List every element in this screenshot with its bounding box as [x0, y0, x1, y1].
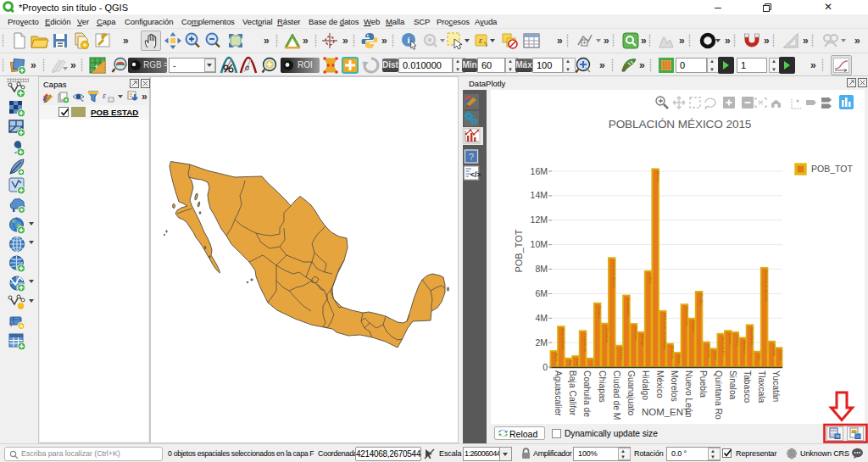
svg-text:12M: 12M: [531, 214, 548, 225]
svg-text:Naya: Naya: [677, 354, 682, 363]
svg-text:POB_TOT: POB_TOT: [514, 229, 524, 272]
svg-text:México: México: [655, 370, 665, 398]
svg-text:2M: 2M: [535, 337, 548, 348]
svg-text:ε: ε: [103, 91, 106, 100]
svg-text:POBLACIÓN MÉXICO 2015: POBLACIÓN MÉXICO 2015: [609, 118, 752, 131]
svg-text:Quintana Ro: Quintana Ro: [714, 370, 723, 420]
svg-text:Guanajuato: Guanajuato: [626, 370, 636, 416]
svg-text:POB_TOT: POB_TOT: [811, 164, 853, 174]
svg-text:Puebla: Puebla: [699, 294, 704, 306]
svg-text:0: 0: [542, 362, 548, 372]
svg-text:Hidalgo: Hidalgo: [641, 370, 650, 400]
svg-text:Morelos: Morelos: [670, 370, 679, 402]
svg-text:Tlaxcala: Tlaxcala: [757, 370, 766, 404]
svg-text:Guerrero: Guerrero: [634, 326, 638, 341]
svg-text:+: +: [94, 63, 98, 71]
svg-text:16M: 16M: [531, 166, 548, 176]
svg-text:4M: 4M: [535, 313, 548, 323]
svg-text:Baja Californi: Baja Californi: [561, 329, 565, 350]
svg-text:10M: 10M: [531, 239, 548, 249]
svg-text:Tamaulipas: Tamaulipas: [750, 327, 754, 345]
svg-text:Jalisco: Jalisco: [648, 273, 653, 284]
svg-text:Durang: Durang: [620, 348, 624, 359]
svg-text:Zacate: Zacate: [779, 350, 783, 361]
svg-text:San Luis Po: San Luis Po: [721, 336, 726, 355]
svg-text:Tabasco: Tabasco: [743, 370, 752, 404]
svg-text:Quint: Quint: [714, 351, 718, 360]
svg-text:Baja Califor: Baja Califor: [568, 370, 577, 416]
svg-text:Hidalgo: Hidalgo: [641, 334, 645, 347]
svg-text:Veracruz de Ignacio: Veracruz de Ignacio: [765, 270, 769, 302]
svg-text:Tabasco: Tabasco: [743, 340, 747, 353]
svg-text:</>: </>: [470, 170, 481, 179]
svg-text:Nuevo León: Nuevo León: [685, 307, 689, 326]
svg-text:Yucatán: Yucatán: [772, 343, 776, 357]
svg-text:Agua: Agua: [554, 353, 559, 362]
svg-text:?: ?: [469, 152, 474, 162]
svg-text:Morelos: Morelos: [670, 346, 675, 359]
svg-text:6M: 6M: [535, 288, 548, 298]
svg-text:Baj: Baj: [569, 360, 573, 365]
svg-text:Ciudad de M: Ciudad de M: [612, 370, 621, 420]
svg-text:Chiapas: Chiapas: [598, 305, 602, 318]
svg-text:Aguascalier: Aguascalier: [554, 370, 563, 416]
svg-text:Sinaloa: Sinaloa: [728, 333, 732, 346]
svg-text:+: +: [582, 40, 586, 46]
svg-text:8M: 8M: [535, 264, 548, 274]
svg-text:Chiapas: Chiapas: [598, 370, 607, 403]
svg-text:Oaxaca: Oaxaca: [692, 320, 696, 333]
svg-text:14M: 14M: [531, 190, 548, 200]
svg-text:Guanajuato: Guanajuato: [626, 298, 631, 316]
svg-text:NOM_ENT: NOM_ENT: [642, 407, 689, 417]
svg-text:Sonora: Sonora: [736, 334, 740, 346]
svg-text:Yucatán: Yucatán: [771, 370, 781, 402]
svg-text:México: México: [656, 171, 660, 183]
svg-text:σ: σ: [245, 63, 250, 72]
svg-text:Chihuahua: Chihuahua: [605, 326, 609, 343]
svg-text:Col: Col: [591, 360, 595, 365]
svg-text:Sinaloa: Sinaloa: [728, 370, 737, 400]
svg-text:Michoacán de Ocampo: Michoacán de Ocampo: [663, 313, 667, 350]
svg-text:Tlax: Tlax: [757, 353, 761, 361]
svg-text:Ciudad de México: Ciudad de México: [612, 260, 616, 289]
svg-text:Puebla: Puebla: [698, 370, 708, 398]
svg-text:i: i: [407, 35, 409, 45]
svg-text:Cam: Cam: [576, 359, 580, 366]
svg-text:Querétar: Querétar: [707, 344, 711, 359]
svg-text:ε: ε: [479, 36, 482, 45]
svg-text:Coahuila de: Coahuila de: [583, 333, 587, 353]
svg-text:Coahuila de: Coahuila de: [582, 370, 592, 417]
